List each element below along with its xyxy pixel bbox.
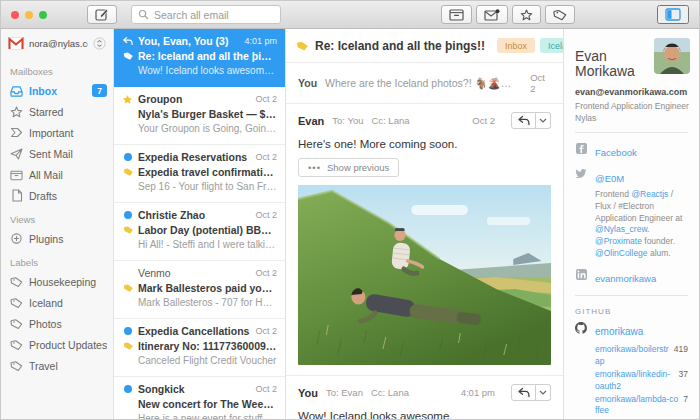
mail-app-window: Search all email xyxy=(0,0,700,420)
chevron-down-icon xyxy=(539,118,547,123)
account-switcher[interactable]: nora@nylas.com xyxy=(1,29,113,58)
thread-list: You, Evan, You (3)4:01 pmRe: Iceland and… xyxy=(114,29,286,419)
toolbar: Search all email xyxy=(1,1,699,29)
linkedin-row: evanmorikawa xyxy=(575,268,688,286)
search-icon xyxy=(138,9,149,20)
minimize-window-button[interactable] xyxy=(25,11,33,19)
sidebar-item-sent-mail[interactable]: Sent Mail xyxy=(1,143,113,164)
label-button[interactable] xyxy=(545,5,575,24)
thread-subject: Re: Iceland and all the þings!! xyxy=(315,39,485,53)
thread-list-item[interactable]: You, Evan, You (3)4:01 pmRe: Iceland and… xyxy=(114,29,285,87)
facebook-row: Facebook xyxy=(575,142,688,160)
facebook-link[interactable]: Facebook xyxy=(595,147,637,158)
thread-list-item[interactable]: SongkickOct 2New concert for The WeekndH… xyxy=(114,377,285,419)
sidebar-item-all-mail[interactable]: All Mail xyxy=(1,164,113,185)
message-date: Oct 2 xyxy=(530,72,551,94)
github-repo-row: emorikawa/lambda-coffee7 xyxy=(595,394,688,417)
twitter-mention-link[interactable]: @Reactjs xyxy=(631,189,668,199)
mark-unread-icon xyxy=(484,9,500,21)
twitter-bio-text: founder. xyxy=(642,236,675,246)
sidebar-item-photos[interactable]: Photos xyxy=(1,313,113,334)
account-chevron-icon[interactable] xyxy=(93,37,106,50)
thread-list-item[interactable]: Expedia CancellationsOct 2Itinerary No: … xyxy=(114,319,285,377)
sidebar-item-travel[interactable]: Travel xyxy=(1,355,113,376)
reply-button[interactable] xyxy=(511,384,536,401)
starred-icon xyxy=(122,94,133,105)
tag-icon xyxy=(553,9,567,21)
thread-subject: Expedia travel confirmation - Se... xyxy=(138,166,277,178)
star-button[interactable] xyxy=(512,5,541,24)
thread-date: Oct 2 xyxy=(255,268,277,278)
tag-pill-iceland[interactable]: Iceland xyxy=(540,38,564,53)
github-user-link[interactable]: emorikawa xyxy=(595,326,643,337)
unread-dot xyxy=(122,153,133,161)
message-to: To: You xyxy=(332,115,363,126)
collapsed-message[interactable]: You Where are the Iceland photos?! 🐐🌋🐴❓🐑… xyxy=(286,63,563,104)
iceland-photo[interactable] xyxy=(298,185,551,365)
sidebar-toggle-button[interactable] xyxy=(657,5,689,24)
thread-list-item[interactable]: Expedia ReservationsOct 2Expedia travel … xyxy=(114,145,285,203)
search-input[interactable]: Search all email xyxy=(131,5,281,24)
archive-button[interactable] xyxy=(441,5,472,24)
thread-view: Re: Iceland and all the þings!! InboxIce… xyxy=(286,29,564,419)
linkedin-link[interactable]: evanmorikawa xyxy=(595,273,656,284)
contact-email[interactable]: evan@evanmorikawa.com xyxy=(575,87,688,97)
compose-button[interactable] xyxy=(87,5,117,24)
important-icon xyxy=(10,126,23,139)
message-cc: Cc: Lana xyxy=(371,115,409,126)
thread-subject: Labor Day (potential) BBQ or Pi... xyxy=(138,224,277,236)
reply-options-button[interactable] xyxy=(536,384,551,401)
sidebar-item-drafts[interactable]: Drafts xyxy=(1,185,113,206)
repo-link[interactable]: emorikawa/lambda-coffee xyxy=(595,394,678,417)
thread-sender: Christie Zhao xyxy=(138,209,250,221)
sidebar-item-important[interactable]: Important xyxy=(1,122,113,143)
zoom-window-button[interactable] xyxy=(39,11,47,19)
sidebar-item-iceland[interactable]: Iceland xyxy=(1,292,113,313)
thread-date: Oct 2 xyxy=(255,384,277,394)
github-repo-list: emorikawa/boilerstrap419emorikawa/linked… xyxy=(575,344,688,419)
thread-list-item[interactable]: GrouponOct 2Nyla's Burger Basket — $50 G… xyxy=(114,87,285,145)
thread-snippet: Your Groupon is Going, Going... The... xyxy=(122,123,277,134)
compose-icon xyxy=(95,8,109,21)
twitter-mention-link[interactable]: @Proximate xyxy=(595,236,642,246)
label-icon xyxy=(10,359,23,372)
replied-icon xyxy=(122,36,133,46)
facebook-icon xyxy=(575,142,587,154)
twitter-handle-link[interactable]: @E0M xyxy=(595,173,624,184)
star-icon xyxy=(520,9,533,21)
thread-subject: Mark Ballesteros paid you $31.30 xyxy=(138,282,277,294)
sidebar-item-inbox[interactable]: Inbox7 xyxy=(1,80,113,101)
reply-options-button[interactable] xyxy=(536,112,551,129)
thread-list-item[interactable]: Christie ZhaoOct 2Labor Day (potential) … xyxy=(114,203,285,261)
unread-dot xyxy=(122,385,133,393)
sidebar-item-label: Product Updates xyxy=(29,339,107,351)
thread-list-item[interactable]: VenmoOct 2Mark Ballesteros paid you $31.… xyxy=(114,261,285,319)
message-sender: Evan xyxy=(298,115,324,127)
unread-dot xyxy=(122,211,133,219)
reply-button[interactable] xyxy=(511,112,536,129)
twitter-mention-link[interactable]: @OlinCollege xyxy=(595,248,648,258)
message-sender: You xyxy=(298,77,317,89)
sidebar-item-starred[interactable]: Starred xyxy=(1,101,113,122)
mark-unread-button[interactable] xyxy=(476,5,508,24)
tag-pill-inbox[interactable]: Inbox xyxy=(497,38,535,53)
sidebar-item-product-updates[interactable]: Product Updates xyxy=(1,334,113,355)
plugin-icon xyxy=(10,232,23,245)
sidebar-item-housekeeping[interactable]: Housekeeping xyxy=(1,271,113,292)
repo-star-count: 7 xyxy=(683,394,688,404)
thread-date: Oct 2 xyxy=(255,326,277,336)
show-previous-button[interactable]: ••• Show previous xyxy=(298,158,399,177)
message-actions xyxy=(441,5,575,24)
panel-toggle-icon xyxy=(665,8,681,21)
repo-link[interactable]: emorikawa/boilerstrap xyxy=(595,344,669,367)
repo-link[interactable]: emorikawa/linkedin-oauth2 xyxy=(595,369,674,392)
reply-icon xyxy=(517,115,530,126)
twitter-mention-link[interactable]: @Nylas_crew xyxy=(595,224,647,234)
twitter-bio-text: alum. xyxy=(648,248,671,258)
unread-dot xyxy=(122,327,133,335)
sidebar-item-label: Travel xyxy=(29,360,107,372)
sidebar-item-plugins[interactable]: Plugins xyxy=(1,228,113,249)
close-window-button[interactable] xyxy=(11,11,19,19)
thread-subject: Re: Iceland and all the þings!! xyxy=(138,50,277,62)
sidebar-item-label: Sent Mail xyxy=(29,148,107,160)
